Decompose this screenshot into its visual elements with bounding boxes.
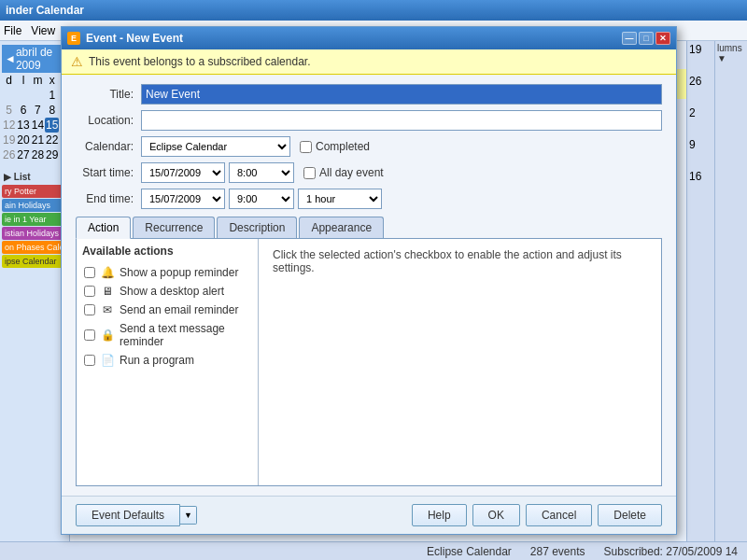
allday-checkbox-label: All day event bbox=[303, 166, 384, 179]
tab-bar: Action Recurrence Description Appearance bbox=[76, 217, 662, 239]
action-checkbox-1[interactable] bbox=[84, 286, 95, 297]
help-button[interactable]: Help bbox=[412, 504, 467, 526]
event-defaults-button[interactable]: Event Defaults bbox=[76, 504, 180, 526]
cal-nav[interactable]: ◄ bbox=[5, 52, 16, 65]
cal-month: abril de 2009 bbox=[16, 46, 64, 72]
email-icon: ✉ bbox=[101, 303, 114, 316]
footer-right: Help OK Cancel Delete bbox=[412, 504, 662, 526]
ok-button[interactable]: OK bbox=[472, 504, 520, 526]
action-item-3[interactable]: 🔒 Send a text message reminder bbox=[82, 319, 252, 351]
allday-checkbox[interactable] bbox=[303, 167, 316, 179]
modal-controls: — □ ✕ bbox=[622, 32, 670, 45]
event-defaults-arrow[interactable]: ▼ bbox=[180, 506, 197, 525]
minimize-button[interactable]: — bbox=[622, 32, 637, 45]
cal-item-4[interactable]: on Phases Cale bbox=[2, 241, 67, 254]
maximize-button[interactable]: □ bbox=[639, 32, 654, 45]
tab-recurrence[interactable]: Recurrence bbox=[133, 217, 215, 238]
status-events: 287 events bbox=[530, 545, 585, 558]
sidebar: ◄ abril de 2009 dlmxjvs 1234 567891011 1… bbox=[0, 41, 70, 560]
action-checkbox-4[interactable] bbox=[84, 355, 95, 366]
modal-title: Event - New Event bbox=[86, 32, 183, 45]
action-label-1: Show a desktop alert bbox=[120, 285, 224, 298]
footer-left: Event Defaults ▼ bbox=[76, 504, 197, 526]
completed-checkbox[interactable] bbox=[300, 141, 312, 153]
duration-select[interactable]: 1 hour bbox=[298, 189, 382, 209]
start-time-row: Start time: 15/07/2009 8:00 All day even… bbox=[76, 162, 662, 183]
cal-item-1[interactable]: ain Holidays bbox=[2, 199, 67, 212]
tab-action[interactable]: Action bbox=[76, 217, 131, 239]
title-row: Title: bbox=[76, 84, 662, 105]
calendar-select[interactable]: Eclipse Calendar bbox=[141, 136, 290, 157]
action-label-4: Run a program bbox=[120, 354, 194, 367]
actions-panel: Available actions 🔔 Show a popup reminde… bbox=[77, 239, 259, 485]
action-label-0: Show a popup reminder bbox=[120, 266, 238, 279]
end-time-row: End time: 15/07/2009 9:00 1 hour bbox=[76, 189, 662, 209]
desktop-icon: 🖥 bbox=[101, 285, 114, 298]
warning-bar: ⚠ This event belongs to a subscribed cal… bbox=[62, 49, 676, 75]
cal-item-3[interactable]: istian Holidays bbox=[2, 227, 67, 240]
week-num-4: 9 bbox=[689, 138, 712, 151]
start-time-select[interactable]: 8:00 bbox=[229, 162, 294, 183]
action-label-2: Send an email reminder bbox=[120, 303, 238, 316]
end-time-group: 15/07/2009 9:00 1 hour bbox=[141, 189, 382, 209]
warning-icon: ⚠ bbox=[71, 54, 83, 69]
modal-footer: Event Defaults ▼ Help OK Cancel Delete bbox=[62, 496, 676, 534]
actions-description: Click the selected action's checkbox to … bbox=[259, 239, 661, 485]
allday-label: All day event bbox=[319, 166, 384, 179]
status-calendar: Eclipse Calendar bbox=[427, 545, 512, 558]
end-label: End time: bbox=[76, 192, 141, 205]
week-num-5: 16 bbox=[689, 170, 712, 183]
cal-item-5[interactable]: ipse Calendar bbox=[2, 255, 67, 268]
mini-cal-grid: dlmxjvs 1234 567891011 12131415161718 19… bbox=[2, 73, 67, 162]
tab-content-action: Available actions 🔔 Show a popup reminde… bbox=[76, 239, 662, 486]
popup-icon: 🔔 bbox=[101, 266, 114, 279]
actions-title: Available actions bbox=[82, 245, 252, 258]
app-title: inder Calendar bbox=[6, 4, 84, 17]
actions-desc-text: Click the selected action's checkbox to … bbox=[273, 248, 622, 274]
completed-checkbox-label: Completed bbox=[300, 140, 370, 153]
week-num-2: 26 bbox=[689, 75, 712, 88]
start-label: Start time: bbox=[76, 166, 141, 179]
menu-view[interactable]: View bbox=[31, 24, 55, 37]
cal-item-0[interactable]: ry Potter bbox=[2, 185, 67, 198]
tab-description[interactable]: Description bbox=[217, 217, 297, 238]
cal-item-2[interactable]: ie in 1 Year bbox=[2, 213, 67, 226]
action-label-3: Send a text message reminder bbox=[120, 322, 250, 348]
modal-form: Title: Location: Calendar: Eclipse Calen… bbox=[62, 75, 676, 496]
title-input[interactable] bbox=[141, 84, 662, 105]
action-checkbox-0[interactable] bbox=[84, 267, 95, 278]
action-item-1[interactable]: 🖥 Show a desktop alert bbox=[82, 282, 252, 301]
action-item-4[interactable]: 📄 Run a program bbox=[82, 351, 252, 370]
completed-label: Completed bbox=[316, 140, 370, 153]
modal-titlebar: E Event - New Event — □ ✕ bbox=[62, 27, 676, 49]
event-defaults-group: Event Defaults ▼ bbox=[76, 504, 197, 526]
cancel-button[interactable]: Cancel bbox=[526, 504, 592, 526]
week-num-1: 19 bbox=[689, 43, 712, 56]
app-titlebar: inder Calendar bbox=[0, 0, 747, 21]
close-button[interactable]: ✕ bbox=[655, 32, 670, 45]
calendar-row: Calendar: Eclipse Calendar Completed bbox=[76, 136, 662, 157]
action-item-0[interactable]: 🔔 Show a popup reminder bbox=[82, 263, 252, 282]
calendar-list: ▶ List ry Potter ain Holidays ie in 1 Ye… bbox=[2, 170, 67, 268]
title-label: Title: bbox=[76, 88, 141, 101]
mini-cal-header: ◄ abril de 2009 bbox=[2, 45, 67, 73]
end-date-select[interactable]: 15/07/2009 bbox=[141, 189, 225, 209]
end-time-select[interactable]: 9:00 bbox=[229, 189, 294, 209]
action-item-2[interactable]: ✉ Send an email reminder bbox=[82, 301, 252, 319]
event-icon: E bbox=[67, 32, 80, 45]
location-input[interactable] bbox=[141, 110, 662, 131]
action-checkbox-3[interactable] bbox=[84, 329, 95, 341]
right-panel: lumns ▼ bbox=[714, 41, 747, 560]
location-label: Location: bbox=[76, 114, 141, 127]
statusbar: Eclipse Calendar 287 events Subscribed: … bbox=[0, 541, 747, 560]
start-date-select[interactable]: 15/07/2009 bbox=[141, 162, 225, 183]
list-title[interactable]: ▶ List bbox=[2, 170, 67, 184]
action-checkbox-2[interactable] bbox=[84, 304, 95, 315]
menu-file[interactable]: File bbox=[4, 24, 21, 37]
start-time-group: 15/07/2009 8:00 bbox=[141, 162, 294, 183]
delete-button[interactable]: Delete bbox=[598, 504, 662, 526]
tab-appearance[interactable]: Appearance bbox=[299, 217, 384, 238]
sms-icon: 🔒 bbox=[101, 329, 114, 342]
columns-btn[interactable]: lumns ▼ bbox=[715, 41, 747, 65]
status-subscribed: Subscribed: 27/05/2009 14 bbox=[604, 545, 738, 558]
